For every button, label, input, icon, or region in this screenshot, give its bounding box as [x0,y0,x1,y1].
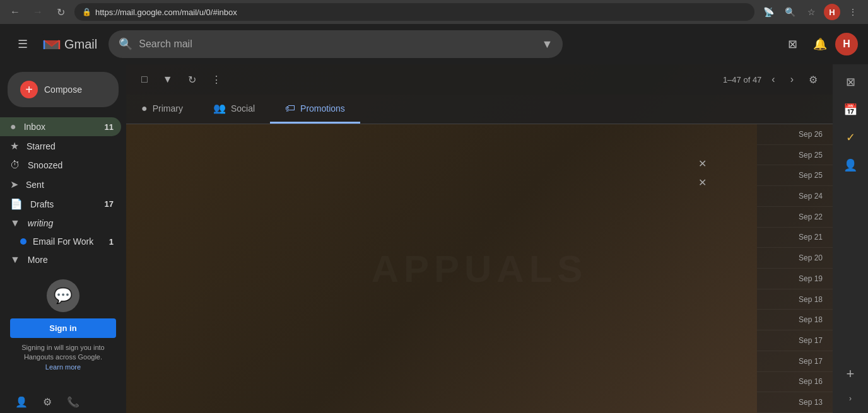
sidebar-inbox-label: Inbox [24,122,97,132]
topbar-right: ⊠ 🔔 H [780,32,858,57]
right-panel-calendar-icon[interactable]: 📅 [838,97,863,122]
topbar-profile-button[interactable]: H [835,33,858,55]
browser-actions: 📡 🔍 ☆ H ⋮ [760,3,862,21]
inbox-icon: ● [10,121,16,132]
browser-chrome: ← → ↻ 🔒 https://mail.google.com/mail/u/0… [0,0,868,24]
email-date-row[interactable]: Sep 19 [757,269,833,289]
notifications-button[interactable]: 🔔 [807,32,833,57]
more-options-button[interactable]: ⋮ [844,3,862,21]
email-list-area: APPUALS Sep 26Sep 25Sep 25Sep 24Sep 22Se… [126,124,833,413]
gmail-logo-text: Gmail [64,37,97,52]
apps-button[interactable]: ⊠ [780,32,805,57]
primary-tab-icon: ● [141,103,148,114]
tabs-bar: ● Primary 👥 Social 🏷 Promotions ✕ ✕ [126,95,833,124]
sidebar-email-for-work-label: Email For Work [33,236,103,247]
compose-button[interactable]: + Compose [8,72,119,107]
tab-primary[interactable]: ● Primary [126,95,198,124]
cast-button[interactable]: 📡 [760,3,777,21]
sidebar-item-drafts[interactable]: 📄 Drafts 17 [0,194,121,214]
sidebar-sent-label: Sent [26,180,114,190]
sidebar-drafts-label: Drafts [30,199,97,209]
tab-primary-label: Primary [153,103,183,113]
promotions-tab-icon: 🏷 [285,103,295,114]
email-date-row[interactable]: Sep 18 [757,310,833,330]
phone-icon-button[interactable]: 📞 [62,392,85,412]
browser-profile[interactable]: H [824,4,840,20]
content-toolbar: □ ▼ ↻ ⋮ 1–47 of 47 ‹ › ⚙ [126,64,833,95]
hamburger-menu-button[interactable]: ☰ [10,32,35,57]
hangouts-learn-more-link[interactable]: Learn more [45,363,81,371]
search-dropdown-button[interactable]: ▼ [541,38,553,51]
tab-social[interactable]: 👥 Social [198,95,270,124]
search-bar: 🔍 ▼ [108,30,563,58]
sidebar-item-snoozed[interactable]: ⏱ Snoozed [0,156,121,175]
right-panel-add-button[interactable]: + [838,361,863,387]
refresh-button[interactable]: ↻ [183,70,201,90]
reload-button[interactable]: ↻ [52,3,69,21]
contacts-icon-button[interactable]: 👤 [10,392,33,412]
sidebar-writing-label: writing [28,218,114,228]
watermark: APPUALS [372,247,588,291]
next-page-button[interactable]: › [785,70,799,89]
email-date-row[interactable]: Sep 16 [757,372,833,393]
gmail-main: + Compose ● Inbox 11 ★ Starred ⏱ Snoozed… [0,64,868,413]
select-all-button[interactable]: □ [136,70,153,89]
right-panel-apps-icon[interactable]: ⊠ [838,69,863,95]
expand-icon: ▼ [10,218,20,229]
sidebar-item-sent[interactable]: ➤ Sent [0,175,121,194]
bookmark-button[interactable]: ☆ [802,3,820,21]
forward-button[interactable]: → [29,3,47,21]
address-bar[interactable]: 🔒 https://mail.google.com/mail/u/0/#inbo… [74,3,754,21]
email-date-rows: Sep 26Sep 25Sep 25Sep 24Sep 22Sep 21Sep … [757,124,833,413]
sidebar-item-writing[interactable]: ▼ writing [0,214,121,233]
email-date-row[interactable]: Sep 25 [757,165,833,186]
email-date-row[interactable]: Sep 13 [757,392,833,413]
sidebar-bottom-icons: 👤 ⚙ 📞 [0,387,126,413]
lock-icon: 🔒 [82,8,91,16]
back-button[interactable]: ← [6,3,24,21]
prev-page-button[interactable]: ‹ [766,70,780,89]
gmail-logo: Gmail [42,34,97,54]
right-panel-contacts-icon[interactable]: 👤 [838,153,863,178]
right-panel-tasks-icon[interactable]: ✓ [838,125,863,150]
email-date-row[interactable]: Sep 25 [757,145,833,166]
email-date-row[interactable]: Sep 21 [757,228,833,248]
gmail-wrapper: ☰ Gmail 🔍 ▼ ⊠ 🔔 H + [0,24,868,413]
url-text: https://mail.google.com/mail/u/0/#inbox [95,8,237,17]
settings-button[interactable]: ⚙ [804,70,823,90]
sidebar: + Compose ● Inbox 11 ★ Starred ⏱ Snoozed… [0,64,126,413]
email-date-row[interactable]: Sep 22 [757,207,833,228]
more-actions-button[interactable]: ⋮ [206,70,226,90]
email-date-row[interactable]: Sep 18 [757,289,833,310]
email-date-row[interactable]: Sep 20 [757,248,833,269]
email-date-row[interactable]: Sep 26 [757,124,833,145]
social-tab-icon: 👥 [213,102,226,114]
sidebar-item-more[interactable]: ▼ More [0,250,121,269]
sidebar-snoozed-label: Snoozed [28,160,114,170]
drafts-badge: 17 [105,199,114,209]
draft-icon: 📄 [10,198,23,210]
email-for-work-badge: 1 [109,237,114,247]
sidebar-item-email-for-work[interactable]: Email For Work 1 [0,233,121,250]
email-date-row[interactable]: Sep 17 [757,330,833,351]
right-panel: ⊠ 📅 ✓ 👤 + › [833,64,868,413]
hangouts-section: 💬 Sign in Signing in will sign you into … [0,269,126,382]
email-date-row[interactable]: Sep 17 [757,351,833,372]
gmail-logo-icon [42,34,62,54]
tab-promotions[interactable]: 🏷 Promotions [270,95,360,124]
gmail-topbar: ☰ Gmail 🔍 ▼ ⊠ 🔔 H [0,24,868,64]
pagination-text: 1–47 of 47 [723,75,761,84]
compose-label: Compose [44,84,82,95]
search-input[interactable] [139,38,535,50]
sidebar-starred-label: Starred [26,141,114,151]
hangouts-avatar: 💬 [47,279,79,312]
email-date-row[interactable]: Sep 24 [757,186,833,207]
sidebar-item-starred[interactable]: ★ Starred [0,136,121,156]
settings-icon-button[interactable]: ⚙ [38,392,57,412]
sidebar-item-inbox[interactable]: ● Inbox 11 [0,117,121,136]
right-panel-expand-button[interactable]: › [838,389,863,408]
select-dropdown-button[interactable]: ▼ [158,70,178,89]
clock-icon: ⏱ [10,160,20,171]
hangouts-signin-button[interactable]: Sign in [10,318,116,338]
zoom-button[interactable]: 🔍 [781,3,799,21]
